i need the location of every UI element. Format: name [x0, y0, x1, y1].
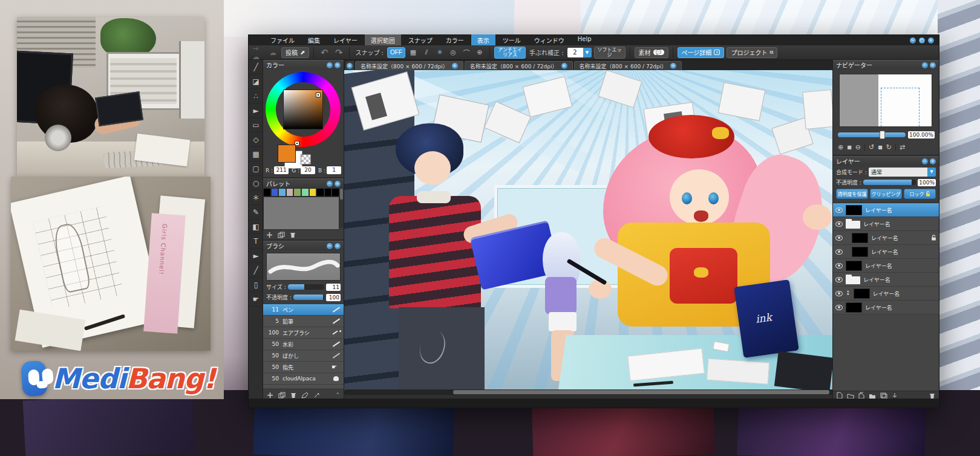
panel-close-icon[interactable]: × [335, 181, 341, 187]
eraser-tool[interactable]: ◪ [249, 74, 263, 89]
document-tab-2[interactable]: 名称未設定（800 × 600 / 72dpi）× [465, 61, 573, 70]
delete-brush-icon[interactable] [290, 392, 296, 399]
page-detail-button[interactable]: ページ詳細≡ [678, 47, 725, 58]
visibility-eye-icon[interactable] [835, 207, 843, 213]
layer-opacity-value[interactable]: 100% [918, 179, 936, 186]
palette-swatch[interactable] [286, 188, 294, 197]
duplicate-palette-icon[interactable] [278, 232, 285, 238]
brush-size-value[interactable]: 11 [326, 284, 341, 291]
menu-help[interactable]: Help [572, 34, 598, 46]
marquee-tool[interactable]: ▢ [249, 161, 263, 176]
add-brush-icon[interactable] [267, 392, 273, 399]
cloud-offline-icon[interactable]: ☁ [267, 47, 279, 58]
palette-scrollbar[interactable] [339, 188, 344, 228]
panel-minimize-icon[interactable]: − [922, 158, 928, 164]
rotate-ccw-icon[interactable]: ↺ [869, 143, 874, 151]
brush-item-blur[interactable]: 50ぼかし [263, 350, 344, 362]
palette-swatch[interactable] [271, 188, 279, 197]
navigator-preview[interactable] [839, 74, 932, 127]
hidden-tab-stub[interactable]: × [345, 61, 354, 70]
flip-horizontal-icon[interactable]: ⇄ [900, 143, 905, 151]
close-button[interactable]: × [928, 37, 934, 44]
snap-parallel-icon[interactable]: ⫽ [421, 47, 432, 58]
visibility-eye-icon[interactable] [835, 277, 843, 282]
edit-brush-icon[interactable] [301, 392, 309, 399]
antialias-button[interactable]: アンチエイリアス [494, 47, 526, 59]
brush-item-watercolor[interactable]: 50水彩 [263, 339, 344, 350]
palette-swatch[interactable] [293, 188, 301, 197]
operation-tool[interactable]: ► [249, 249, 263, 263]
select-eraser-tool[interactable]: ◧ [249, 220, 263, 234]
panel-minimize-icon[interactable]: − [327, 243, 333, 249]
minimize-button[interactable]: − [910, 37, 916, 44]
tab-close-icon[interactable]: × [670, 63, 676, 69]
visibility-eye-icon[interactable] [835, 305, 843, 310]
lock-button[interactable]: ロック [904, 189, 936, 199]
collapse-chevron-icon[interactable]: ⌃ [335, 392, 340, 398]
transparent-color-swatch[interactable] [301, 154, 311, 164]
add-palette-icon[interactable] [266, 232, 273, 238]
material-button[interactable]: 素材💬 [635, 47, 668, 58]
delete-palette-icon[interactable] [290, 232, 296, 238]
menu-file[interactable]: ファイル [264, 34, 301, 46]
sv-marker[interactable] [316, 93, 321, 97]
canvas-artwork[interactable]: ink [344, 70, 832, 392]
palette-swatch[interactable] [324, 188, 332, 197]
navigator-zoom-slider[interactable] [838, 132, 906, 137]
foreground-color-swatch[interactable] [278, 145, 296, 163]
panel-close-icon[interactable]: × [930, 158, 936, 164]
zoom-slider-knob[interactable] [880, 131, 885, 139]
magic-wand-tool[interactable]: ＊ [249, 191, 263, 205]
visibility-eye-icon[interactable] [835, 263, 843, 269]
cloud-upload-icon[interactable]: →☁ [252, 47, 264, 58]
brush-item-cloudalpaca[interactable]: 50cloudAlpaca [263, 373, 344, 385]
panel-tool[interactable]: ▯ [249, 278, 263, 292]
softedge-button[interactable]: ソフトエッジ [594, 47, 626, 59]
new-folder-icon[interactable] [847, 392, 854, 399]
layer-row-3[interactable]: レイヤー名 [833, 231, 939, 245]
dot-tool[interactable]: ∴ [249, 89, 263, 103]
palette-swatch[interactable] [332, 188, 339, 197]
panel-close-icon[interactable]: × [335, 243, 341, 249]
menu-color[interactable]: カラー [440, 34, 470, 46]
visibility-eye-icon[interactable] [835, 249, 843, 255]
brush-settings-icon[interactable] [313, 392, 321, 399]
tab-close-icon[interactable]: × [561, 63, 567, 69]
post-button[interactable]: 投稿⬈ [281, 47, 309, 58]
brush-item-finger[interactable]: 50指先☛ [263, 362, 344, 373]
panel-minimize-icon[interactable]: − [327, 62, 333, 68]
layer-row-5[interactable]: レイヤー名 [833, 259, 939, 273]
maximize-button[interactable]: □ [919, 37, 925, 44]
palette-swatch[interactable] [301, 188, 309, 197]
brush-tool[interactable]: ╱ [249, 60, 263, 74]
actual-size-icon[interactable]: ■ [847, 145, 852, 150]
snap-target-icon[interactable]: ⊕ [474, 47, 485, 58]
document-tab-1[interactable]: 名称未設定（800 × 600 / 72dpi）× [355, 61, 463, 70]
layer-row-2-folder[interactable]: レイヤー名 [833, 217, 939, 231]
menu-select[interactable]: 選択範囲 [365, 34, 401, 46]
snap-off-button[interactable]: OFF [387, 47, 405, 58]
layer-row-4[interactable]: レイヤー名 [833, 245, 939, 259]
canvas-horizontal-scrollbar[interactable] [344, 389, 832, 395]
navigator-view-rectangle[interactable] [881, 88, 920, 127]
palette-swatch[interactable] [263, 188, 271, 197]
snap-radial-icon[interactable]: ✳ [434, 47, 445, 58]
merge-layer-icon[interactable] [880, 392, 887, 399]
panel-minimize-icon[interactable]: − [922, 62, 928, 68]
layer-row-7-clipped[interactable]: ↧レイヤー名 [833, 287, 939, 301]
palette-swatch[interactable] [309, 188, 317, 197]
g-value-field[interactable]: 20 [301, 166, 315, 174]
protect-alpha-button[interactable]: 透明度を保護 [836, 189, 868, 199]
delete-layer-icon[interactable] [929, 392, 935, 399]
text-tool[interactable]: T [249, 234, 263, 249]
layer-opacity-slider[interactable] [863, 180, 916, 185]
visibility-eye-icon[interactable] [835, 291, 843, 296]
snap-curve-icon[interactable]: ⌒ [461, 47, 472, 58]
transform-tool[interactable]: ◇ [249, 132, 263, 147]
brush-opacity-slider[interactable] [293, 295, 324, 300]
b-value-field[interactable]: 1 [327, 166, 341, 174]
gradient-tool[interactable]: ▦ [249, 147, 263, 161]
visibility-eye-icon[interactable] [835, 235, 843, 241]
blend-mode-dropdown[interactable]: 通常 ▼ [869, 168, 936, 177]
brush-size-slider[interactable] [288, 284, 324, 290]
